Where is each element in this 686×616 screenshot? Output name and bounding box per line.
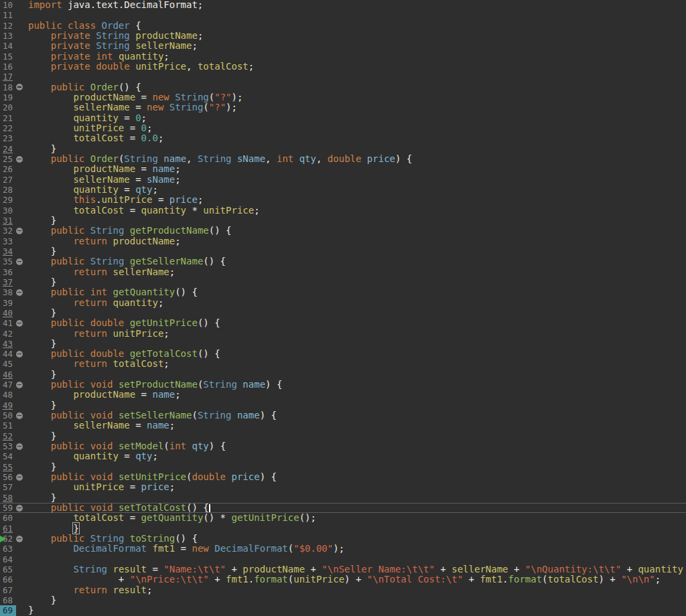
line-number[interactable]: 59 xyxy=(0,504,16,512)
code-line[interactable]: 35 public String getSellerName() { xyxy=(0,256,686,266)
code-text[interactable]: String result = "Name:\t\t" + productNam… xyxy=(28,564,683,574)
code-line[interactable]: 53 public void setModel(int qty) { xyxy=(0,441,686,451)
code-line[interactable]: 11 xyxy=(0,10,686,20)
code-text[interactable]: private double unitPrice, totalCost; xyxy=(28,62,254,72)
code-text[interactable]: } xyxy=(28,431,56,441)
code-line-current[interactable]: 59 public void setTotalCost() { xyxy=(0,503,686,513)
code-text[interactable]: productName = new String("?"); xyxy=(28,92,243,102)
code-text[interactable]: private String sellerName; xyxy=(28,41,198,51)
code-line[interactable]: 65 String result = "Name:\t\t" + product… xyxy=(0,564,686,574)
code-line[interactable]: 37 } xyxy=(0,277,686,287)
code-text[interactable]: DecimalFormat fmt1 = new DecimalFormat("… xyxy=(28,544,344,554)
line-number[interactable]: 56 xyxy=(0,472,16,482)
line-number[interactable]: 54 xyxy=(0,451,16,461)
code-text[interactable]: } xyxy=(28,216,56,226)
code-line[interactable]: 24 } xyxy=(0,144,686,154)
line-number[interactable]: 10 xyxy=(0,0,16,10)
line-number[interactable]: 63 xyxy=(0,544,16,554)
code-text[interactable]: } xyxy=(28,308,56,318)
code-text[interactable]: public int getQuantity() { xyxy=(28,287,198,297)
line-number[interactable]: 45 xyxy=(0,359,16,369)
code-text[interactable]: productName = name; xyxy=(28,164,181,174)
line-number[interactable]: 51 xyxy=(0,420,16,431)
code-text[interactable]: public Order() { xyxy=(28,82,141,92)
code-line[interactable]: 38 public int getQuantity() { xyxy=(0,287,686,297)
line-number[interactable]: 65 xyxy=(0,564,16,574)
code-line[interactable]: 54 quantity = qty; xyxy=(0,451,686,461)
code-line[interactable]: 49 } xyxy=(0,400,686,410)
code-line[interactable]: 36 return sellerName; xyxy=(0,267,686,277)
code-text[interactable]: this.unitPrice = price; xyxy=(28,195,203,205)
line-number[interactable]: 23 xyxy=(0,133,16,143)
code-text[interactable]: import java.text.DecimalFormat; xyxy=(28,0,203,10)
fold-collapse-icon[interactable] xyxy=(16,320,23,327)
code-line[interactable]: 19 productName = new String("?"); xyxy=(0,92,686,102)
code-text[interactable]: return quantity; xyxy=(28,298,163,308)
line-number[interactable]: 15 xyxy=(0,52,16,62)
line-number[interactable]: 27 xyxy=(0,175,16,185)
code-line[interactable]: 27 sellerName = sName; xyxy=(0,175,686,185)
code-line[interactable]: 47 public void setProductName(String nam… xyxy=(0,380,686,390)
line-number[interactable]: 57 xyxy=(0,482,16,492)
fold-collapse-icon[interactable] xyxy=(16,156,23,163)
code-line[interactable]: 17 xyxy=(0,72,686,82)
code-text[interactable]: sellerName = new String("?"); xyxy=(28,102,237,112)
line-number[interactable]: 31 xyxy=(0,216,16,226)
line-number[interactable]: 60 xyxy=(0,513,16,523)
line-number[interactable]: 43 xyxy=(0,339,16,349)
code-text[interactable]: } xyxy=(28,400,56,410)
code-line[interactable]: 61 } xyxy=(0,524,686,534)
code-line[interactable]: 48 productName = name; xyxy=(0,390,686,400)
code-line[interactable]: 14 private String sellerName; xyxy=(0,41,686,51)
code-text[interactable]: return sellerName; xyxy=(28,267,175,277)
code-text[interactable]: } xyxy=(28,370,56,380)
line-number[interactable]: 50 xyxy=(0,410,16,420)
code-text[interactable]: public String toString() { xyxy=(28,534,198,544)
fold-collapse-icon[interactable] xyxy=(16,382,23,388)
code-line[interactable]: 58 } xyxy=(0,493,686,503)
line-number[interactable]: 26 xyxy=(0,164,16,174)
code-line[interactable]: 29 this.unitPrice = price; xyxy=(0,195,686,205)
code-line[interactable]: 28 quantity = qty; xyxy=(0,185,686,195)
code-text[interactable]: public Order(String name, String sName, … xyxy=(28,154,412,164)
code-line[interactable]: 31 } xyxy=(0,216,686,226)
code-line[interactable]: 42 return unitPrice; xyxy=(0,329,686,339)
code-line[interactable]: 39 return quantity; xyxy=(0,298,686,308)
line-number[interactable]: 16 xyxy=(0,62,16,72)
line-number[interactable]: 68 xyxy=(0,595,16,605)
line-number[interactable]: 29 xyxy=(0,195,16,205)
code-text[interactable]: public void setUnitPrice(double price) { xyxy=(28,472,277,482)
line-number[interactable]: 18 xyxy=(0,82,16,92)
code-text[interactable]: quantity = 0; xyxy=(28,113,147,123)
code-text[interactable]: sellerName = name; xyxy=(28,420,175,431)
code-text[interactable]: public double getTotalCost() { xyxy=(28,349,220,359)
fold-collapse-icon[interactable] xyxy=(16,351,23,358)
line-number[interactable]: 21 xyxy=(0,113,16,123)
line-number[interactable]: 53 xyxy=(0,441,16,451)
code-text[interactable]: private String productName; xyxy=(28,31,203,41)
line-number[interactable]: 66 xyxy=(0,574,16,585)
fold-collapse-icon[interactable] xyxy=(16,84,23,90)
line-number[interactable]: 38 xyxy=(0,287,16,297)
code-text[interactable]: } xyxy=(28,462,56,472)
code-line[interactable]: 51 sellerName = name; xyxy=(0,420,686,431)
code-line[interactable]: 64 xyxy=(0,554,686,564)
code-line[interactable]: 23 totalCost = 0.0; xyxy=(0,133,686,143)
line-number[interactable]: 12 xyxy=(0,21,16,31)
fold-collapse-icon[interactable] xyxy=(16,289,23,296)
code-line[interactable]: 69} xyxy=(0,605,686,615)
code-line[interactable]: 67 return result; xyxy=(0,585,686,595)
code-line[interactable]: 26 productName = name; xyxy=(0,164,686,174)
code-line[interactable]: 50 public void setSellerName(String name… xyxy=(0,410,686,420)
code-text[interactable]: sellerName = sName; xyxy=(28,175,181,185)
code-line[interactable]: 15 private int quantity; xyxy=(0,52,686,62)
code-line[interactable]: 33 return productName; xyxy=(0,236,686,246)
code-text[interactable]: return productName; xyxy=(28,236,181,246)
fold-collapse-icon[interactable] xyxy=(16,505,23,512)
line-number[interactable]: 33 xyxy=(0,236,16,246)
line-number[interactable]: 58 xyxy=(0,493,16,503)
code-text[interactable]: return result; xyxy=(28,585,152,595)
code-text[interactable]: unitPrice = 0; xyxy=(28,123,152,133)
code-text[interactable]: totalCost = quantity * unitPrice; xyxy=(28,206,260,216)
code-line[interactable]: 20 sellerName = new String("?"); xyxy=(0,102,686,112)
